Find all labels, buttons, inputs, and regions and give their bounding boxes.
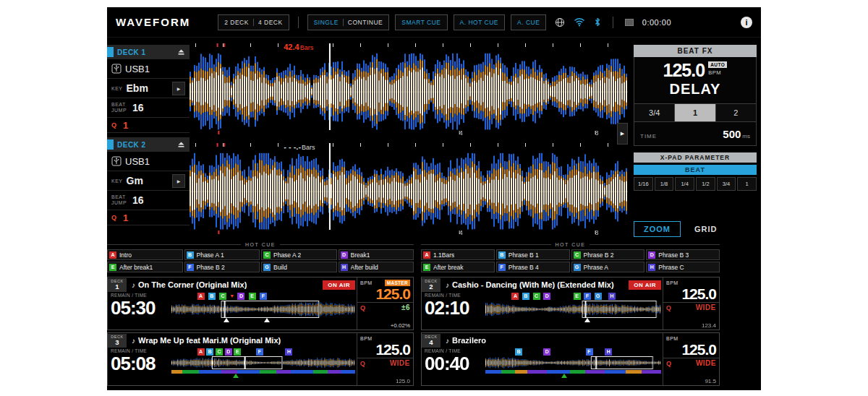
hot-cue-marker[interactable]: G — [595, 293, 602, 300]
hot-cue-marker[interactable]: A — [197, 348, 205, 356]
fx-beat-2-button[interactable]: 2 — [716, 104, 756, 121]
auto-bpm-badge[interactable]: AUTO — [708, 61, 727, 68]
beat-number: 4 — [459, 229, 463, 236]
fraction-3-4-button[interactable]: 3/4 — [717, 177, 736, 191]
hot-cue-marker[interactable]: A — [511, 293, 519, 300]
key-shift-button[interactable]: ▶ — [172, 174, 185, 188]
hot-cue-a-button[interactable]: A1.1Bars — [421, 249, 495, 260]
globe-icon[interactable] — [555, 17, 565, 27]
hot-cue-e-button[interactable]: EAfter break — [421, 262, 495, 272]
cue-letter-chip: H — [648, 264, 655, 271]
hot-cue-marker[interactable]: F — [584, 293, 591, 300]
hot-cue-marker[interactable]: B — [206, 348, 213, 356]
hot-cue-marker[interactable]: D — [543, 348, 550, 356]
wifi-icon[interactable] — [574, 17, 585, 27]
beat-fx-box: 125.0 AUTO BPM DELAY 3/4 1 2 TIME 500 ms — [634, 57, 757, 146]
hot-cue-d-button[interactable]: DPhrase B 3 — [646, 249, 720, 260]
hot-cue-marker[interactable]: B — [522, 293, 529, 300]
hot-cue-marker[interactable]: H — [285, 348, 292, 356]
hot-cue-marker[interactable]: F — [256, 348, 263, 356]
deck2-main-waveform[interactable] — [190, 142, 628, 237]
fraction-1-4-button[interactable]: 1/4 — [675, 177, 694, 191]
hot-cue-marker[interactable]: D — [225, 348, 232, 356]
hot-cue-g-button[interactable]: GBuild — [261, 262, 337, 272]
divider — [343, 19, 344, 26]
hot-cue-f-button[interactable]: FPhrase B 4 — [496, 262, 570, 272]
deck1-main-waveform[interactable] — [190, 42, 628, 137]
deck-mode-toggle[interactable]: 2 DECK 4 DECK — [218, 14, 289, 30]
zoom-button[interactable]: ZOOM — [634, 221, 681, 237]
hot-cue-marker[interactable]: B — [208, 293, 216, 300]
hot-cue-marker[interactable]: E — [574, 293, 581, 300]
eject-button[interactable] — [177, 48, 185, 56]
hot-cue-e-button[interactable]: EAfter break1 — [107, 262, 183, 272]
fraction-1-2-button[interactable]: 1/2 — [696, 177, 715, 191]
deck2-quantize-row[interactable]: Q 1 — [107, 210, 190, 225]
overview-waveform[interactable] — [485, 301, 661, 318]
cue-letter-chip: C — [263, 251, 271, 259]
zoom-grid-buttons: ZOOM GRID — [634, 221, 757, 237]
bluetooth-icon[interactable] — [594, 17, 601, 27]
hot-cue-marker[interactable]: ▼ — [229, 293, 236, 300]
play-mode-toggle[interactable]: SINGLE CONTINUE — [307, 14, 390, 30]
play-mode-single[interactable]: SINGLE — [314, 19, 339, 26]
deck-bpm-column: BPM 125.0 Q WIDE 125.0 — [357, 333, 413, 385]
deck2-source-row[interactable]: USB1 — [107, 152, 190, 171]
hot-cue-marker[interactable]: H — [608, 293, 616, 300]
grid-button[interactable]: GRID — [688, 221, 724, 237]
hot-cue-marker[interactable]: B — [515, 348, 522, 356]
fraction-1-button[interactable]: 1 — [737, 177, 757, 191]
deck2-key-row[interactable]: KEY Gm ▶ — [107, 171, 190, 191]
hot-cue-marker[interactable]: E — [249, 293, 256, 300]
hot-cue-marker[interactable]: A — [197, 293, 205, 300]
deck1-quantize-row[interactable]: Q 1 — [107, 118, 190, 133]
fx-time-row[interactable]: TIME 500 ms — [634, 121, 756, 145]
time-block: REMAIN / TIME 00:40 — [425, 348, 484, 378]
hot-cue-marker[interactable]: F — [260, 293, 267, 300]
deck1-beat-jump-row[interactable]: BEAT JUMP 16 — [107, 98, 190, 118]
hot-cue-d-button[interactable]: DBreak1 — [339, 249, 414, 260]
play-mode-continue[interactable]: CONTINUE — [348, 19, 383, 26]
deck-bpm-column: BPM 125.0 Q WIDE 123.4 — [663, 277, 719, 330]
deck1-source-row[interactable]: USB1 — [107, 59, 190, 79]
auto-hot-cue-button[interactable]: A. HOT CUE — [454, 14, 506, 30]
overview-waveform[interactable] — [485, 356, 661, 369]
hot-cue-marker[interactable]: D — [543, 293, 550, 300]
key-shift-button[interactable]: ▶ — [172, 82, 185, 95]
deck1-key-row[interactable]: KEY Ebm ▶ — [107, 79, 190, 98]
hot-cue-g-button[interactable]: GPhrase A — [571, 262, 645, 272]
waveform-next-button[interactable]: ▶ — [617, 123, 628, 145]
overview-waveform[interactable] — [171, 301, 355, 318]
fx-beat-1-button[interactable]: 1 — [675, 104, 715, 121]
hot-cue-h-button[interactable]: HPhrase C — [646, 262, 720, 272]
fraction-1-8-button[interactable]: 1/8 — [655, 177, 674, 191]
bpm-value: 125.0 — [666, 286, 716, 302]
eject-button[interactable] — [177, 141, 185, 148]
auto-cue-button[interactable]: A. CUE — [511, 14, 546, 30]
hot-cue-markers: BDFH — [485, 348, 661, 356]
deck2-beat-jump-row[interactable]: BEAT JUMP 16 — [107, 191, 190, 210]
fx-beat-3-4-button[interactable]: 3/4 — [634, 104, 675, 121]
hot-cue-b-button[interactable]: BPhase A 1 — [184, 249, 260, 260]
hot-cue-marker[interactable]: D — [237, 293, 244, 300]
hot-cue-c-button[interactable]: CPhase A 2 — [261, 249, 337, 260]
hot-cue-f-button[interactable]: FPhase B 2 — [184, 262, 260, 272]
hot-cue-marker[interactable]: C — [219, 293, 226, 300]
hot-cue-c-button[interactable]: CPhrase B 2 — [571, 249, 645, 260]
hot-cue-marker[interactable]: H — [605, 348, 612, 356]
deck-mode-2deck[interactable]: 2 DECK — [224, 19, 249, 26]
overview-waveform[interactable] — [171, 356, 355, 369]
fraction-1-16-button[interactable]: 1/16 — [634, 177, 653, 191]
hot-cue-marker[interactable]: E — [234, 348, 241, 356]
hot-cue-h-button[interactable]: HAfter build — [339, 262, 414, 272]
hot-cue-a-button[interactable]: AIntro — [107, 249, 183, 260]
smart-cue-button[interactable]: SMART CUE — [395, 14, 447, 30]
fx-name: DELAY — [634, 79, 756, 103]
hot-cue-marker[interactable]: F — [586, 348, 593, 356]
info-icon[interactable]: i — [741, 17, 752, 28]
hot-cue-marker[interactable]: C — [533, 293, 540, 300]
hot-cue-b-button[interactable]: BPhrase B 1 — [496, 249, 570, 260]
deck-mode-4deck[interactable]: 4 DECK — [258, 19, 283, 26]
xpad-beat-mode[interactable]: BEAT — [634, 165, 757, 175]
hot-cue-marker[interactable]: C — [216, 348, 223, 356]
